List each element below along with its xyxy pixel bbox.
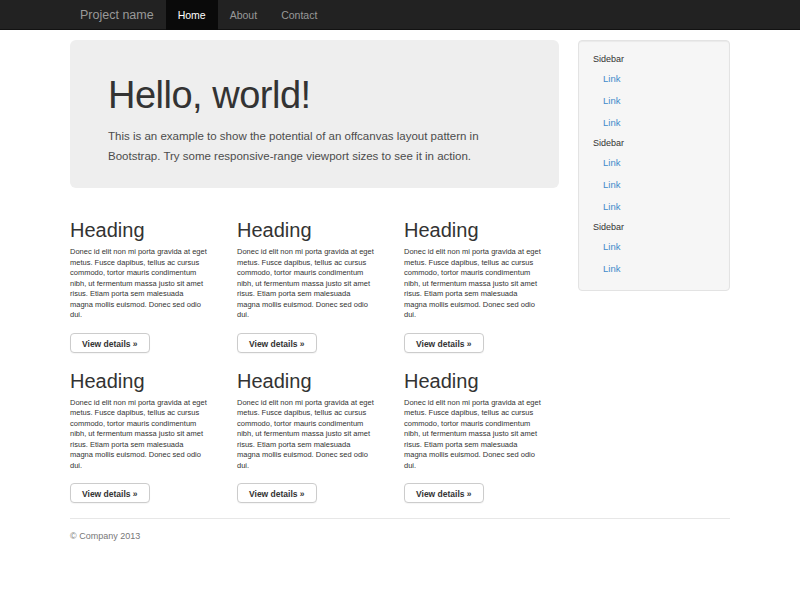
- jumbotron-text: This is an example to show the potential…: [108, 126, 521, 166]
- jumbotron: Hello, world! This is an example to show…: [70, 40, 559, 188]
- nav-item-contact[interactable]: Contact: [269, 0, 329, 30]
- view-details-button[interactable]: View details »: [404, 333, 484, 353]
- brand-link[interactable]: Project name: [70, 0, 164, 30]
- card-heading: Heading: [70, 370, 225, 392]
- sidebar-link[interactable]: Link: [593, 112, 715, 134]
- content-card: Heading Donec id elit non mi porta gravi…: [237, 206, 392, 353]
- view-details-button[interactable]: View details »: [237, 333, 317, 353]
- page-title: Hello, world!: [108, 74, 521, 116]
- nav-item-about[interactable]: About: [218, 0, 269, 30]
- sidebar-links: LinkLink: [593, 236, 715, 280]
- view-details-button[interactable]: View details »: [70, 483, 150, 503]
- sidebar-links: LinkLinkLink: [593, 68, 715, 134]
- sidebar-heading: Sidebar: [593, 221, 715, 233]
- sidebar-group: Sidebar LinkLink: [593, 221, 715, 280]
- content-card: Heading Donec id elit non mi porta gravi…: [404, 357, 559, 504]
- sidebar-column: Sidebar LinkLinkLink Sidebar LinkLinkLin…: [578, 40, 730, 291]
- sidebar-heading: Sidebar: [593, 137, 715, 149]
- card-body-text: Donec id elit non mi porta gravida at eg…: [404, 398, 559, 472]
- sidebar-link[interactable]: Link: [593, 258, 715, 280]
- sidebar-link[interactable]: Link: [593, 68, 715, 90]
- card-body-text: Donec id elit non mi porta gravida at eg…: [70, 247, 225, 321]
- main-container: Hello, world! This is an example to show…: [70, 40, 730, 503]
- copyright-text: © Company 2013: [70, 530, 730, 542]
- nav-item-home[interactable]: Home: [166, 0, 218, 30]
- card-body-text: Donec id elit non mi porta gravida at eg…: [404, 247, 559, 321]
- card-heading: Heading: [237, 370, 392, 392]
- card-heading: Heading: [404, 219, 559, 241]
- sidebar-link[interactable]: Link: [593, 152, 715, 174]
- sidebar-link[interactable]: Link: [593, 196, 715, 218]
- content-card: Heading Donec id elit non mi porta gravi…: [70, 206, 225, 353]
- card-heading: Heading: [404, 370, 559, 392]
- view-details-button[interactable]: View details »: [404, 483, 484, 503]
- card-body-text: Donec id elit non mi porta gravida at eg…: [70, 398, 225, 472]
- sidebar-group: Sidebar LinkLinkLink: [593, 53, 715, 134]
- footer: © Company 2013: [70, 518, 730, 553]
- sidebar-heading: Sidebar: [593, 53, 715, 65]
- content-card: Heading Donec id elit non mi porta gravi…: [237, 357, 392, 504]
- sidebar-link[interactable]: Link: [593, 236, 715, 258]
- sidebar-link[interactable]: Link: [593, 90, 715, 112]
- content-column: Hello, world! This is an example to show…: [70, 40, 559, 503]
- card-body-text: Donec id elit non mi porta gravida at eg…: [237, 398, 392, 472]
- sidebar-link[interactable]: Link: [593, 174, 715, 196]
- sidebar-panel: Sidebar LinkLinkLink Sidebar LinkLinkLin…: [578, 40, 730, 291]
- navbar-container: Project name HomeAboutContact: [70, 0, 730, 30]
- card-heading: Heading: [70, 219, 225, 241]
- card-body-text: Donec id elit non mi porta gravida at eg…: [237, 247, 392, 321]
- navbar: Project name HomeAboutContact: [0, 0, 800, 30]
- sidebar-links: LinkLinkLink: [593, 152, 715, 218]
- content-card: Heading Donec id elit non mi porta gravi…: [404, 206, 559, 353]
- sidebar-group: Sidebar LinkLinkLink: [593, 137, 715, 218]
- navbar-menu: HomeAboutContact: [166, 0, 330, 30]
- view-details-button[interactable]: View details »: [70, 333, 150, 353]
- view-details-button[interactable]: View details »: [237, 483, 317, 503]
- cards-grid: Heading Donec id elit non mi porta gravi…: [70, 206, 559, 503]
- card-heading: Heading: [237, 219, 392, 241]
- content-card: Heading Donec id elit non mi porta gravi…: [70, 357, 225, 504]
